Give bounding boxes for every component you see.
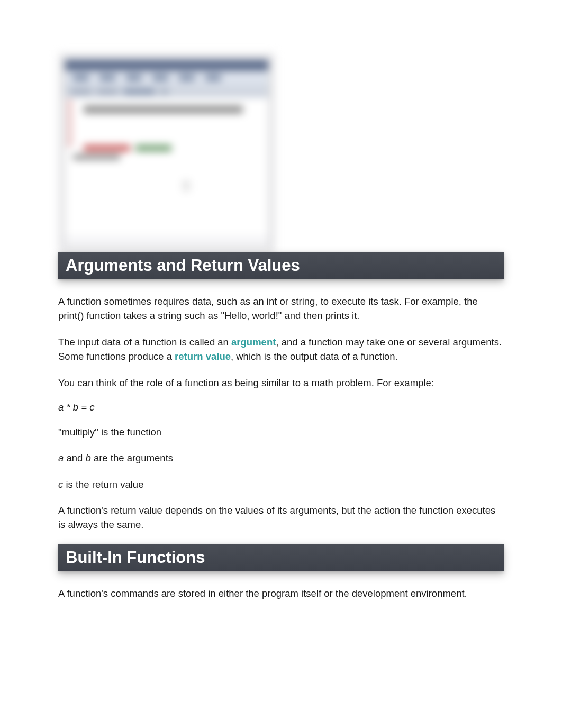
keyword-return-value: return value — [175, 351, 231, 362]
paragraph: A function's return value depends on the… — [58, 503, 504, 532]
text: is the return value — [63, 479, 143, 490]
paragraph: a and b are the arguments — [58, 451, 504, 465]
paragraph: c is the return value — [58, 477, 504, 492]
text: The input data of a function is called a… — [58, 336, 231, 348]
keyword-argument: argument — [231, 336, 276, 348]
variable-a: a — [58, 452, 64, 463]
text: , which is the output data of a function… — [231, 351, 398, 362]
code-editor-screenshot — [58, 53, 275, 254]
variable-c: c — [58, 479, 63, 490]
text: and — [64, 452, 85, 463]
variable-b: b — [85, 452, 90, 463]
paragraph: "multiply" is the function — [58, 425, 504, 439]
section-heading-arguments: Arguments and Return Values — [58, 252, 504, 279]
paragraph: You can think of the role of a function … — [58, 376, 504, 390]
paragraph: The input data of a function is called a… — [58, 335, 504, 364]
paragraph: A function's commands are stored in eith… — [58, 586, 504, 600]
paragraph: A function sometimes requires data, such… — [58, 294, 504, 323]
formula: a * b = c — [58, 402, 504, 413]
text: are the arguments — [91, 452, 173, 463]
section-heading-builtin: Built-In Functions — [58, 544, 504, 571]
